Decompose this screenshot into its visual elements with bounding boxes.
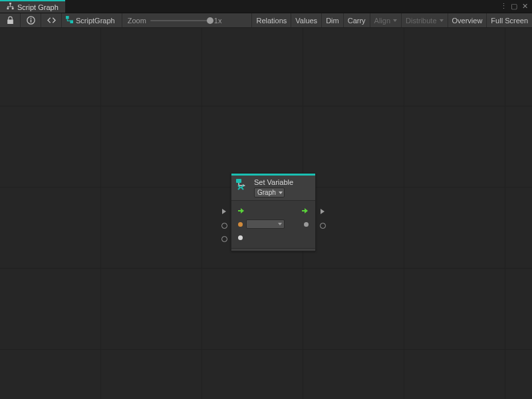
zoom-slider[interactable] bbox=[150, 20, 210, 21]
svg-rect-3 bbox=[10, 5, 11, 7]
toolbar: ScriptGraph Zoom 1x Relations Values Dim… bbox=[0, 13, 532, 28]
node-footer bbox=[231, 248, 315, 251]
dim-toggle[interactable]: Dim bbox=[321, 13, 343, 27]
variable-scope-dropdown[interactable]: Graph bbox=[254, 188, 285, 198]
tab-bar: Script Graph ⋮ ▢ ✕ bbox=[0, 0, 532, 13]
graph-asset-icon bbox=[66, 16, 73, 25]
overview-toggle[interactable]: Overview bbox=[448, 13, 487, 27]
chevron-down-icon bbox=[278, 223, 282, 225]
zoom-slider-thumb[interactable] bbox=[207, 17, 213, 24]
name-in-port[interactable] bbox=[221, 222, 227, 229]
flow-in-icon bbox=[238, 208, 245, 213]
zoom-value: 1x bbox=[214, 17, 222, 25]
svg-rect-2 bbox=[12, 7, 14, 9]
carry-toggle[interactable]: Carry bbox=[343, 13, 370, 27]
graph-code-button[interactable] bbox=[45, 14, 57, 27]
relations-toggle[interactable]: Relations bbox=[251, 13, 291, 27]
value-out-inner bbox=[304, 222, 309, 227]
flow-out-icon bbox=[302, 208, 309, 213]
value-in-inner bbox=[238, 235, 243, 240]
zoom-label: Zoom bbox=[128, 17, 146, 25]
distribute-dropdown[interactable]: Distribute bbox=[401, 13, 447, 27]
info-button[interactable] bbox=[25, 14, 37, 27]
name-port-inner bbox=[238, 222, 243, 227]
breadcrumb[interactable]: ScriptGraph bbox=[62, 13, 122, 27]
node-body bbox=[231, 201, 315, 248]
svg-rect-6 bbox=[13, 7, 13, 8]
svg-rect-12 bbox=[236, 179, 241, 183]
fullscreen-toggle[interactable]: Full Screen bbox=[486, 13, 532, 27]
value-in-port[interactable] bbox=[221, 235, 227, 242]
tab-script-graph[interactable]: Script Graph bbox=[0, 0, 65, 13]
svg-rect-0 bbox=[9, 3, 11, 5]
svg-rect-4 bbox=[7, 7, 13, 7]
variable-name-field[interactable] bbox=[246, 219, 285, 229]
svg-rect-11 bbox=[70, 20, 73, 23]
node-set-variable[interactable]: Set Variable Graph bbox=[231, 173, 316, 251]
align-dropdown[interactable]: Align bbox=[370, 13, 401, 27]
svg-rect-10 bbox=[66, 16, 69, 19]
breadcrumb-label: ScriptGraph bbox=[76, 17, 115, 25]
zoom-control: Zoom 1x bbox=[122, 13, 227, 27]
svg-rect-5 bbox=[7, 7, 8, 8]
flow-out-port[interactable] bbox=[319, 208, 326, 215]
svg-rect-9 bbox=[30, 18, 31, 19]
values-toggle[interactable]: Values bbox=[291, 13, 321, 27]
set-variable-icon bbox=[235, 178, 250, 193]
hierarchy-icon bbox=[7, 3, 14, 11]
chevron-down-icon bbox=[393, 19, 397, 22]
node-header[interactable]: Set Variable Graph bbox=[231, 176, 315, 200]
variable-scope-value: Graph bbox=[257, 189, 276, 196]
svg-rect-1 bbox=[7, 7, 9, 9]
tab-label: Script Graph bbox=[17, 3, 59, 11]
lock-button[interactable] bbox=[4, 14, 16, 27]
window-menu-icon[interactable]: ⋮ bbox=[499, 2, 508, 11]
window-close-icon[interactable]: ✕ bbox=[520, 2, 529, 11]
window-maximize-icon[interactable]: ▢ bbox=[509, 2, 519, 11]
value-out-port[interactable] bbox=[319, 222, 326, 229]
node-title: Set Variable bbox=[254, 178, 311, 186]
chevron-down-icon bbox=[440, 19, 444, 22]
flow-in-port[interactable] bbox=[221, 208, 227, 215]
svg-rect-8 bbox=[30, 19, 31, 22]
chevron-down-icon bbox=[279, 192, 283, 194]
